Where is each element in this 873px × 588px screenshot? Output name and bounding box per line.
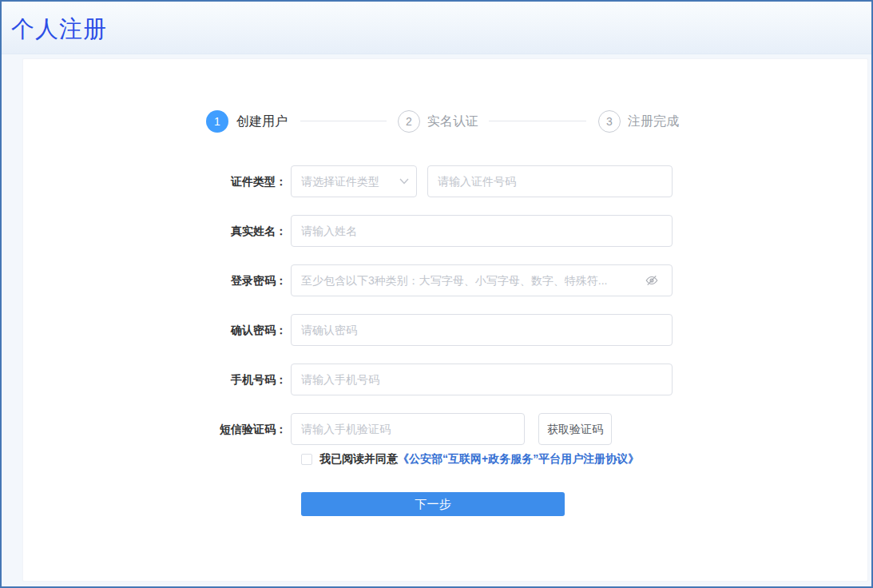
confirm-password-label: 确认密码：: [175, 314, 287, 346]
step-1-label: 创建用户: [236, 110, 288, 133]
agreement-text: 我已阅读并同意: [319, 452, 398, 467]
sms-code-input[interactable]: [291, 413, 525, 445]
step-1-circle: 1: [206, 110, 228, 133]
page-title: 个人注册: [11, 14, 107, 46]
password-input[interactable]: [291, 264, 673, 296]
phone-label: 手机号码：: [175, 364, 287, 395]
agreement-link[interactable]: 《公安部“互联网+政务服务”平台用户注册协议》: [398, 452, 639, 467]
cert-type-label: 证件类型：: [175, 165, 287, 197]
step-3-circle: 3: [598, 110, 621, 133]
cert-number-input[interactable]: [427, 165, 673, 197]
phone-input[interactable]: [291, 364, 673, 395]
confirm-password-input[interactable]: [291, 314, 673, 346]
step-3-label: 注册完成: [628, 110, 679, 133]
page-header: [2, 2, 871, 54]
agreement-row: 我已阅读并同意 《公安部“互联网+政务服务”平台用户注册协议》: [301, 452, 639, 467]
next-step-button[interactable]: 下一步: [301, 492, 565, 516]
cert-type-select[interactable]: [291, 165, 417, 197]
sms-code-label: 短信验证码：: [175, 413, 287, 445]
personal-registration-page: 个人注册 1 创建用户 2 实名认证 3 注册完成 证件类型： 真实姓名： 登录…: [0, 0, 873, 588]
real-name-label: 真实姓名：: [175, 215, 287, 247]
step-2-label: 实名认证: [427, 110, 478, 133]
step-connector-line: [300, 121, 387, 121]
real-name-input[interactable]: [291, 215, 673, 247]
password-label: 登录密码：: [175, 264, 287, 296]
step-2-circle: 2: [398, 110, 420, 133]
step-connector-line: [489, 121, 586, 121]
eye-off-icon[interactable]: [645, 274, 659, 287]
agreement-checkbox[interactable]: [301, 454, 312, 465]
get-code-button[interactable]: 获取验证码: [538, 413, 612, 445]
